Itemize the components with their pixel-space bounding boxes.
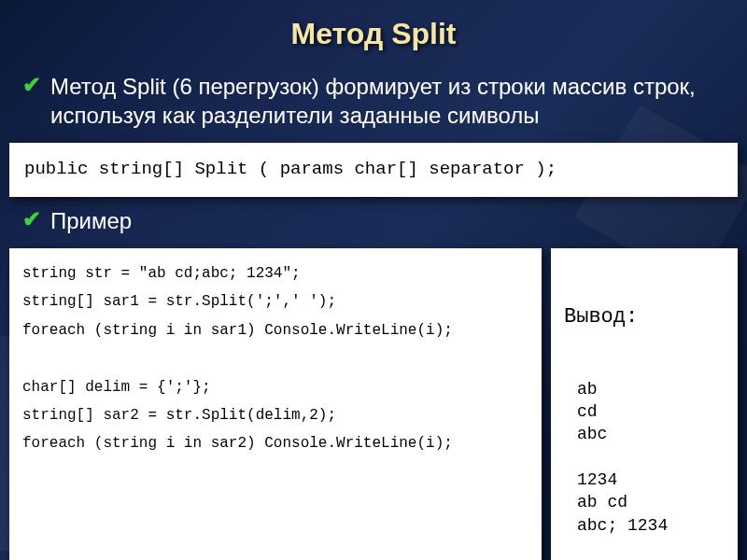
output-box: Вывод: ab cd abc 1234 ab cd abc; 1234 [551, 248, 738, 560]
output-lines: ab cd abc 1234 ab cd abc; 1234 [564, 378, 725, 537]
check-icon: ✔ [22, 72, 41, 98]
slide-title: Метод Split [0, 0, 747, 68]
output-title: Вывод: [564, 303, 725, 331]
check-icon: ✔ [22, 206, 41, 232]
bullet-text-1: Метод Split (6 перегрузок) формирует из … [50, 72, 728, 130]
bullet-text-2: Пример [50, 206, 132, 235]
